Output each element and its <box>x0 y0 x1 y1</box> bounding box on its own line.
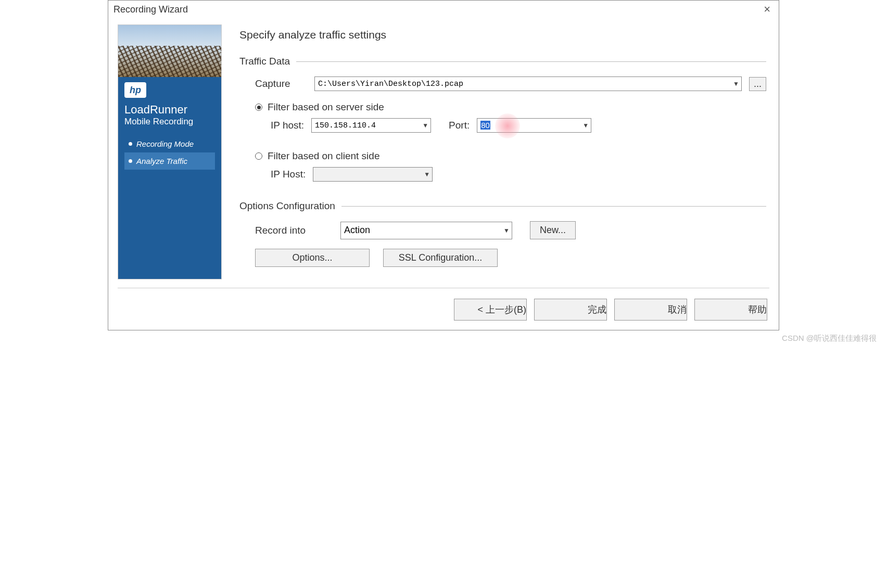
filter-server-radio[interactable]: Filter based on server side <box>239 101 766 113</box>
bullet-icon <box>129 142 132 146</box>
port-combo[interactable]: 80 ▼ <box>477 118 591 133</box>
record-into-combo[interactable]: Action ▼ <box>340 222 512 239</box>
divider <box>296 61 766 62</box>
sidebar-item-analyze-traffic[interactable]: Analyze Traffic <box>124 152 215 170</box>
ip-host-client-combo[interactable]: ▼ <box>313 167 433 182</box>
section-label: Traffic Data <box>239 56 290 67</box>
ip-host-server-value: 150.158.110.4 <box>312 121 420 130</box>
brand-subtitle: Mobile Recording <box>124 117 215 127</box>
hp-logo-icon: hp <box>124 82 146 98</box>
section-options-config: Options Configuration <box>239 200 766 212</box>
chevron-down-icon[interactable]: ▼ <box>501 222 512 239</box>
new-button[interactable]: New... <box>530 221 576 239</box>
port-label: Port: <box>449 120 470 131</box>
capture-row: Capture C:\Users\Yiran\Desktop\123.pcap … <box>239 76 766 91</box>
wizard-window: Recording Wizard × hp LoadRunner Mobile … <box>108 0 779 330</box>
capture-label: Capture <box>255 78 307 90</box>
browse-button[interactable]: ... <box>749 77 766 91</box>
sidebar-brand: hp LoadRunner Mobile Recording Recording… <box>118 77 221 279</box>
chevron-down-icon[interactable]: ▼ <box>422 168 432 181</box>
divider <box>341 206 766 207</box>
sidebar-item-label: Analyze Traffic <box>136 157 187 165</box>
capture-path-combo[interactable]: C:\Users\Yiran\Desktop\123.pcap ▼ <box>314 76 742 91</box>
ip-host-server-combo[interactable]: 150.158.110.4 ▼ <box>311 118 431 133</box>
divider <box>118 288 769 288</box>
section-traffic-data: Traffic Data <box>239 56 766 67</box>
cancel-button[interactable]: 取消 <box>614 299 687 321</box>
watermark-text: CSDN @听说西佳佳难得很 <box>0 330 887 349</box>
sidebar: hp LoadRunner Mobile Recording Recording… <box>118 24 222 279</box>
chevron-down-icon[interactable]: ▼ <box>580 119 591 132</box>
finish-button[interactable]: 完成 <box>534 299 607 321</box>
main-panel: Specify analyze traffic settings Traffic… <box>236 24 769 279</box>
ssl-configuration-button[interactable]: SSL Configuration... <box>383 249 498 267</box>
back-button[interactable]: < 上一步(B) <box>454 299 527 321</box>
brand-title: LoadRunner <box>124 103 215 117</box>
footer-buttons: < 上一步(B) 完成 取消 帮助 <box>108 296 779 330</box>
radio-icon <box>255 152 262 160</box>
record-into-row: Record into Action ▼ New... <box>239 221 766 239</box>
options-button[interactable]: Options... <box>255 249 370 267</box>
record-into-value: Action <box>341 225 501 236</box>
ip-host-client-label: IP Host: <box>271 169 306 180</box>
ip-host-server-label: IP host: <box>271 120 304 131</box>
close-icon[interactable]: × <box>761 3 774 16</box>
config-buttons-row: Options... SSL Configuration... <box>239 249 766 267</box>
record-into-label: Record into <box>255 225 333 236</box>
window-title: Recording Wizard <box>113 4 188 15</box>
filter-client-label: Filter based on client side <box>268 150 379 162</box>
capture-path-value: C:\Users\Yiran\Desktop\123.pcap <box>315 80 731 88</box>
titlebar: Recording Wizard × <box>108 1 779 19</box>
help-button[interactable]: 帮助 <box>694 299 767 321</box>
sidebar-item-label: Recording Mode <box>136 139 194 148</box>
sidebar-item-recording-mode[interactable]: Recording Mode <box>124 135 215 152</box>
chevron-down-icon[interactable]: ▼ <box>731 77 741 91</box>
filter-server-label: Filter based on server side <box>268 101 384 113</box>
filter-client-radio[interactable]: Filter based on client side <box>239 150 766 162</box>
page-heading: Specify analyze traffic settings <box>239 29 766 41</box>
bullet-icon <box>129 159 132 163</box>
section-label: Options Configuration <box>239 200 335 212</box>
chevron-down-icon[interactable]: ▼ <box>420 119 430 132</box>
port-value: 80 <box>477 121 580 131</box>
sidebar-banner-image <box>118 25 221 77</box>
radio-icon <box>255 104 262 111</box>
client-ip-row: IP Host: ▼ <box>239 167 766 182</box>
server-ip-port-row: IP host: 150.158.110.4 ▼ Port: 80 ▼ <box>239 118 766 133</box>
